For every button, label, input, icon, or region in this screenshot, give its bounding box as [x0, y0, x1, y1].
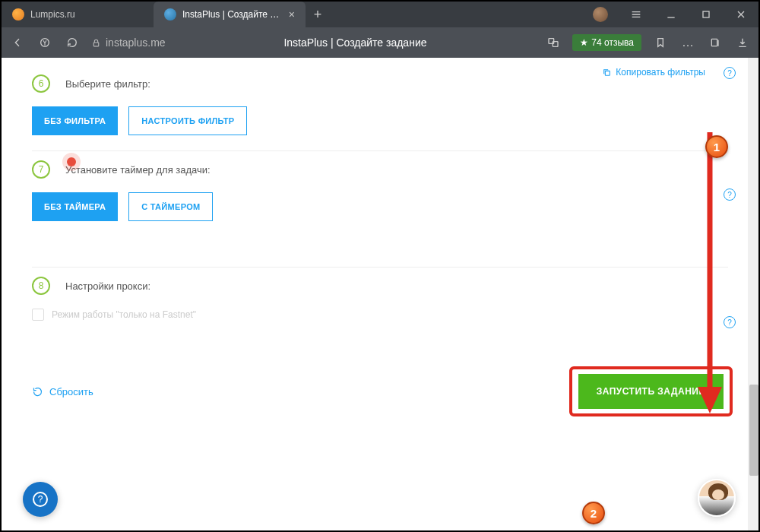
url-display[interactable]: instaplus.me [91, 36, 166, 49]
reviews-text: 74 отзыва [591, 37, 634, 48]
yandex-button[interactable] [36, 34, 53, 51]
step-number: 8 [32, 277, 50, 295]
downloads-button[interactable] [734, 34, 751, 51]
reload-button[interactable] [64, 34, 81, 51]
reset-link[interactable]: Сбросить [32, 386, 93, 397]
browser-titlebar: Lumpics.ru InstaPlus | Создайте зад... ×… [2, 2, 758, 27]
svg-rect-2 [93, 42, 99, 46]
reset-label: Сбросить [49, 386, 93, 397]
yandex-icon [39, 36, 51, 49]
with-timer-button[interactable]: С ТАЙМЕРОМ [128, 192, 213, 221]
new-tab-button[interactable]: + [306, 2, 330, 27]
maximize-icon [700, 8, 712, 21]
profile-avatar[interactable] [593, 7, 608, 22]
hamburger-icon [630, 8, 642, 21]
annotation-marker-2: 2 [582, 502, 605, 524]
step-number: 7 [32, 160, 50, 179]
svg-rect-6 [606, 71, 610, 75]
step-number: 6 [32, 74, 50, 93]
no-timer-button[interactable]: БЕЗ ТАЙМЕРА [32, 192, 118, 221]
copy-icon [602, 68, 612, 78]
step-label: Установите таймер для задачи: [65, 164, 211, 176]
collections-icon [709, 36, 721, 49]
lock-icon [91, 38, 101, 48]
refresh-icon [32, 386, 43, 397]
page-content: Копировать фильтры ? 6 Выберите фильтр: … [2, 58, 758, 532]
url-text: instaplus.me [106, 36, 166, 49]
star-icon: ★ [580, 37, 588, 48]
chat-widget[interactable] [698, 479, 736, 517]
fastnet-checkbox-row[interactable]: Режим работы "только на Fastnet" [32, 309, 728, 321]
favicon-icon [12, 8, 24, 21]
extensions-button[interactable] [707, 34, 724, 51]
checkbox[interactable] [32, 309, 44, 321]
tab-instaplus[interactable]: InstaPlus | Создайте зад... × [154, 2, 306, 27]
step-label: Выберите фильтр: [65, 78, 150, 90]
page-title: InstaPlus | Создайте задание [176, 36, 535, 49]
window-minimize-button[interactable] [654, 2, 689, 27]
arrow-left-icon [11, 36, 24, 49]
minimize-icon [665, 8, 677, 21]
recording-indicator [62, 153, 81, 171]
run-task-button[interactable]: ЗАПУСТИТЬ ЗАДАНИЕ [578, 374, 724, 409]
back-button[interactable] [9, 34, 26, 51]
browser-toolbar: instaplus.me InstaPlus | Создайте задани… [2, 27, 758, 58]
close-icon[interactable]: × [289, 8, 295, 21]
translate-button[interactable] [545, 34, 562, 51]
svg-rect-5 [711, 39, 717, 46]
reload-icon [66, 36, 78, 49]
favicon-icon [164, 8, 176, 21]
help-button[interactable]: ? [724, 316, 736, 328]
help-button[interactable]: ? [724, 67, 736, 79]
translate-icon [547, 36, 559, 49]
more-button[interactable]: … [679, 34, 696, 51]
configure-filter-button[interactable]: НАСТРОИТЬ ФИЛЬТР [128, 106, 247, 135]
tab-label: Lumpics.ru [30, 9, 143, 20]
tab-lumpics[interactable]: Lumpics.ru [2, 2, 154, 27]
question-icon: ? [33, 492, 48, 507]
copy-filters-link[interactable]: Копировать фильтры [602, 67, 705, 78]
reviews-badge[interactable]: ★ 74 отзыва [572, 34, 641, 51]
svg-rect-0 [703, 11, 709, 17]
help-button[interactable]: ? [724, 188, 736, 201]
window-close-button[interactable] [724, 2, 758, 27]
divider [32, 150, 728, 151]
window-maximize-button[interactable] [689, 2, 724, 27]
tab-label: InstaPlus | Создайте зад... [182, 9, 283, 20]
step-7-header: 7 Установите таймер для задачи: [32, 160, 728, 179]
step-8-header: 8 Настройки прокси: [32, 277, 728, 295]
copy-filters-label: Копировать фильтры [616, 67, 705, 78]
close-icon [735, 8, 747, 21]
help-fab[interactable]: ? [23, 482, 58, 517]
menu-button[interactable] [619, 2, 654, 27]
checkbox-label: Режим работы "только на Fastnet" [52, 309, 196, 320]
step-label: Настройки прокси: [65, 280, 150, 292]
no-filter-button[interactable]: БЕЗ ФИЛЬТРА [32, 106, 118, 135]
bookmark-icon [654, 36, 667, 49]
bookmark-button[interactable] [652, 34, 669, 51]
divider [32, 267, 728, 268]
download-icon [736, 36, 749, 49]
